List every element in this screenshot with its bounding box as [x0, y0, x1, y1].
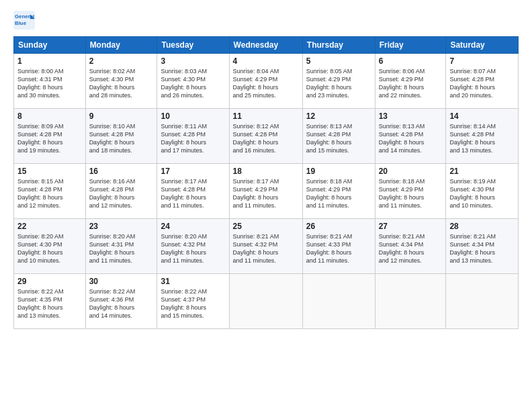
calendar-cell: 18Sunrise: 8:17 AMSunset: 4:29 PMDayligh… — [229, 164, 302, 219]
cell-detail-line: Daylight: 8 hours — [17, 193, 82, 201]
cell-detail-line: Sunrise: 8:11 AM — [161, 122, 225, 130]
cell-detail-line: Sunset: 4:29 PM — [306, 185, 371, 193]
calendar-cell: 9Sunrise: 8:10 AMSunset: 4:28 PMDaylight… — [85, 109, 157, 164]
weekday-header-tuesday: Tuesday — [157, 37, 229, 54]
cell-details: Sunrise: 8:16 AMSunset: 4:28 PMDaylight:… — [89, 177, 154, 210]
cell-detail-line: Sunset: 4:34 PM — [379, 240, 443, 248]
cell-detail-line: Daylight: 8 hours — [89, 304, 154, 312]
calendar-cell: 31Sunrise: 8:22 AMSunset: 4:37 PMDayligh… — [157, 274, 229, 329]
cell-detail-line: Daylight: 8 hours — [306, 138, 371, 146]
cell-details: Sunrise: 8:22 AMSunset: 4:37 PMDaylight:… — [161, 287, 225, 320]
cell-detail-line: Daylight: 8 hours — [17, 248, 82, 257]
cell-detail-line: Sunset: 4:29 PM — [233, 185, 299, 193]
cell-detail-line: Sunset: 4:30 PM — [161, 75, 225, 83]
cell-details: Sunrise: 8:21 AMSunset: 4:34 PMDaylight:… — [449, 232, 515, 265]
calendar-cell: 22Sunrise: 8:20 AMSunset: 4:30 PMDayligh… — [14, 219, 86, 274]
cell-detail-line: Sunset: 4:37 PM — [161, 295, 225, 304]
cell-detail-line: Sunset: 4:28 PM — [306, 130, 371, 138]
cell-detail-line: Sunset: 4:32 PM — [233, 240, 299, 248]
cell-detail-line: Sunset: 4:28 PM — [233, 130, 299, 138]
cell-detail-line: and 15 minutes. — [306, 146, 371, 154]
cell-detail-line: Sunset: 4:30 PM — [89, 75, 154, 83]
cell-detail-line: Daylight: 8 hours — [161, 193, 225, 201]
cell-detail-line: and 23 minutes. — [306, 91, 371, 99]
cell-details: Sunrise: 8:20 AMSunset: 4:32 PMDaylight:… — [161, 232, 225, 265]
cell-detail-line: Sunset: 4:28 PM — [449, 75, 515, 83]
cell-detail-line: Sunrise: 8:20 AM — [89, 232, 154, 240]
cell-detail-line: Daylight: 8 hours — [449, 83, 515, 91]
calendar-cell: 13Sunrise: 8:13 AMSunset: 4:28 PMDayligh… — [375, 109, 446, 164]
day-number: 18 — [233, 167, 299, 176]
weekday-header-saturday: Saturday — [446, 37, 519, 54]
cell-detail-line: Sunrise: 8:20 AM — [17, 232, 82, 240]
cell-detail-line: Sunset: 4:28 PM — [89, 185, 154, 193]
calendar-cell: 24Sunrise: 8:20 AMSunset: 4:32 PMDayligh… — [157, 219, 229, 274]
cell-detail-line: Sunset: 4:28 PM — [17, 185, 82, 193]
cell-details: Sunrise: 8:10 AMSunset: 4:28 PMDaylight:… — [89, 122, 154, 155]
cell-detail-line: Sunrise: 8:10 AM — [89, 122, 154, 130]
day-number: 23 — [89, 222, 154, 231]
calendar-table: SundayMondayTuesdayWednesdayThursdayFrid… — [13, 36, 519, 329]
cell-detail-line: Sunset: 4:29 PM — [306, 75, 371, 83]
cell-detail-line: Sunrise: 8:20 AM — [161, 232, 225, 240]
day-number: 21 — [449, 167, 515, 176]
calendar-cell: 4Sunrise: 8:04 AMSunset: 4:29 PMDaylight… — [229, 54, 302, 109]
cell-detail-line: Sunrise: 8:16 AM — [89, 177, 154, 185]
calendar-week-5: 29Sunrise: 8:22 AMSunset: 4:35 PMDayligh… — [14, 274, 519, 329]
calendar-cell — [229, 274, 302, 329]
cell-detail-line: Sunset: 4:36 PM — [89, 295, 154, 304]
cell-detail-line: Sunrise: 8:21 AM — [449, 232, 515, 240]
cell-detail-line: Sunset: 4:32 PM — [161, 240, 225, 248]
cell-detail-line: and 11 minutes. — [233, 201, 299, 210]
cell-detail-line: and 13 minutes. — [17, 312, 82, 320]
calendar-cell: 2Sunrise: 8:02 AMSunset: 4:30 PMDaylight… — [85, 54, 157, 109]
cell-details: Sunrise: 8:11 AMSunset: 4:28 PMDaylight:… — [161, 122, 225, 155]
cell-details: Sunrise: 8:15 AMSunset: 4:28 PMDaylight:… — [17, 177, 82, 210]
weekday-header-thursday: Thursday — [302, 37, 375, 54]
calendar-cell: 17Sunrise: 8:17 AMSunset: 4:28 PMDayligh… — [157, 164, 229, 219]
cell-detail-line: Sunrise: 8:22 AM — [161, 287, 225, 295]
cell-detail-line: Daylight: 8 hours — [89, 83, 154, 91]
cell-details: Sunrise: 8:13 AMSunset: 4:28 PMDaylight:… — [379, 122, 443, 155]
cell-detail-line: Sunrise: 8:13 AM — [379, 122, 443, 130]
cell-detail-line: Sunrise: 8:07 AM — [449, 67, 515, 75]
cell-details: Sunrise: 8:17 AMSunset: 4:29 PMDaylight:… — [233, 177, 299, 210]
day-number: 4 — [233, 56, 299, 66]
cell-detail-line: Sunrise: 8:06 AM — [379, 67, 443, 75]
cell-detail-line: Daylight: 8 hours — [233, 83, 299, 91]
day-number: 12 — [306, 111, 371, 121]
day-number: 5 — [306, 56, 371, 66]
cell-details: Sunrise: 8:20 AMSunset: 4:30 PMDaylight:… — [17, 232, 82, 265]
cell-detail-line: Sunset: 4:28 PM — [89, 130, 154, 138]
calendar-cell — [446, 274, 519, 329]
calendar-week-2: 8Sunrise: 8:09 AMSunset: 4:28 PMDaylight… — [14, 109, 519, 164]
cell-detail-line: Sunrise: 8:02 AM — [89, 67, 154, 75]
cell-detail-line: Sunrise: 8:14 AM — [449, 122, 515, 130]
cell-detail-line: Sunset: 4:29 PM — [379, 185, 443, 193]
cell-detail-line: Sunrise: 8:13 AM — [306, 122, 371, 130]
cell-detail-line: Daylight: 8 hours — [89, 138, 154, 146]
calendar-cell: 8Sunrise: 8:09 AMSunset: 4:28 PMDaylight… — [14, 109, 86, 164]
cell-detail-line: and 10 minutes. — [17, 257, 82, 265]
calendar-cell: 7Sunrise: 8:07 AMSunset: 4:28 PMDaylight… — [446, 54, 519, 109]
logo: General Blue — [13, 11, 35, 30]
calendar-cell: 29Sunrise: 8:22 AMSunset: 4:35 PMDayligh… — [14, 274, 86, 329]
cell-detail-line: and 30 minutes. — [17, 91, 82, 99]
calendar-cell — [302, 274, 375, 329]
cell-detail-line: Sunrise: 8:18 AM — [379, 177, 443, 185]
cell-details: Sunrise: 8:03 AMSunset: 4:30 PMDaylight:… — [161, 67, 225, 100]
calendar-cell: 11Sunrise: 8:12 AMSunset: 4:28 PMDayligh… — [229, 109, 302, 164]
cell-detail-line: Sunset: 4:31 PM — [89, 240, 154, 248]
day-number: 2 — [89, 56, 154, 66]
cell-detail-line: Sunrise: 8:09 AM — [17, 122, 82, 130]
day-number: 8 — [17, 111, 82, 121]
calendar-week-1: 1Sunrise: 8:00 AMSunset: 4:31 PMDaylight… — [14, 54, 519, 109]
cell-detail-line: Sunset: 4:35 PM — [17, 295, 82, 304]
calendar-cell: 23Sunrise: 8:20 AMSunset: 4:31 PMDayligh… — [85, 219, 157, 274]
cell-detail-line: and 13 minutes. — [449, 257, 515, 265]
cell-detail-line: and 11 minutes. — [379, 201, 443, 210]
cell-details: Sunrise: 8:21 AMSunset: 4:33 PMDaylight:… — [306, 232, 371, 265]
cell-details: Sunrise: 8:12 AMSunset: 4:28 PMDaylight:… — [233, 122, 299, 155]
cell-detail-line: Sunrise: 8:03 AM — [161, 67, 225, 75]
calendar-cell: 15Sunrise: 8:15 AMSunset: 4:28 PMDayligh… — [14, 164, 86, 219]
